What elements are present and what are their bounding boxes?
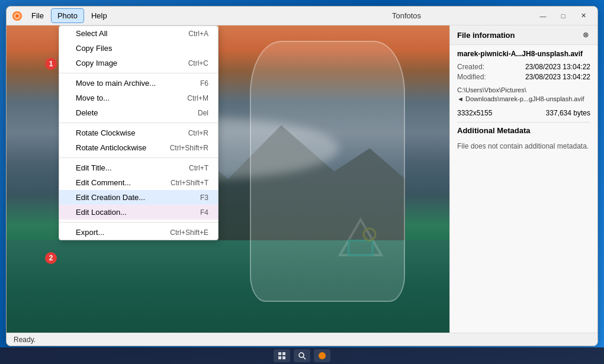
created-label: Created:	[457, 63, 499, 71]
menu-rotate-anticlockwise[interactable]: Rotate Anticlockwise Ctrl+Shift+R	[59, 140, 218, 155]
svg-line-11	[303, 357, 306, 359]
info-panel-header: File information ⊗	[450, 25, 597, 45]
file-path: C:\Users\Vbox\Pictures\ ◄ Downloads\mare…	[457, 86, 590, 104]
menu-edit-creation-date[interactable]: Edit Creation Date... F3	[59, 190, 218, 205]
additional-metadata-header: Additional Metadata	[457, 122, 590, 138]
taskbar	[0, 347, 604, 364]
title-bar: File Photo Help Tonfotos — □ ✕	[7, 7, 597, 25]
app-title: Tonfotos	[279, 11, 534, 20]
separator-3	[59, 157, 218, 158]
modified-date: 23/08/2023 13:04:22	[525, 73, 590, 81]
dimensions-row: 3332x5155 337,634 bytes	[457, 109, 590, 117]
menu-delete[interactable]: Delete Del	[59, 105, 218, 120]
svg-rect-7	[282, 352, 285, 355]
svg-rect-9	[282, 356, 285, 359]
created-row: Created: 23/08/2023 13:04:22	[457, 63, 590, 71]
menu-photo[interactable]: Photo	[51, 8, 84, 23]
app-window: File Photo Help Tonfotos — □ ✕	[6, 6, 598, 346]
info-panel-close[interactable]: ⊗	[581, 30, 590, 40]
dropdown-menu: Select All Ctrl+A Copy Files Copy Image …	[59, 25, 219, 240]
svg-rect-6	[278, 352, 281, 355]
menu-move-archive[interactable]: Move to main Archive... F6	[59, 76, 218, 91]
menu-edit-location[interactable]: Edit Location... F4	[59, 205, 218, 220]
svg-rect-8	[278, 356, 281, 359]
metadata-note: File does not contain additional metadat…	[457, 142, 590, 150]
created-date: 23/08/2023 13:04:22	[525, 63, 590, 71]
menu-edit-comment[interactable]: Edit Comment... Ctrl+Shift+T	[59, 175, 218, 190]
taskbar-search[interactable]	[294, 349, 310, 362]
separator-2	[59, 123, 218, 123]
taskbar-app[interactable]	[314, 349, 330, 362]
svg-rect-4	[349, 240, 372, 255]
menu-select-all[interactable]: Select All Ctrl+A	[59, 26, 218, 41]
minimize-button[interactable]: —	[534, 10, 552, 22]
info-content: marek-piwnicki-A...JH8-unsplash.avif Cre…	[450, 45, 597, 333]
menu-rotate-clockwise[interactable]: Rotate Clockwise Ctrl+R	[59, 125, 218, 140]
badge-2: 2	[45, 252, 57, 264]
separator-1	[59, 73, 218, 73]
watermark	[294, 194, 427, 286]
status-text: Ready.	[14, 336, 36, 344]
file-size: 337,634 bytes	[546, 109, 590, 117]
svg-point-2	[15, 14, 18, 17]
window-controls: — □ ✕	[534, 10, 593, 22]
menu-bar: File Photo Help	[25, 8, 279, 23]
app-icon	[11, 10, 23, 22]
menu-edit-title[interactable]: Edit Title... Ctrl+T	[59, 160, 218, 175]
dimensions-value: 3332x5155	[457, 109, 492, 117]
svg-point-12	[319, 352, 326, 359]
menu-export[interactable]: Export... Ctrl+Shift+E	[59, 225, 218, 240]
modified-label: Modified:	[457, 73, 499, 81]
badge-1: 1	[45, 58, 57, 70]
menu-move-to[interactable]: Move to... Ctrl+M	[59, 91, 218, 105]
file-information-label: File information	[457, 31, 515, 40]
modified-row: Modified: 23/08/2023 13:04:22	[457, 73, 590, 81]
maximize-button[interactable]: □	[554, 10, 573, 22]
status-bar: Ready.	[7, 333, 597, 346]
svg-point-10	[299, 353, 304, 357]
close-button[interactable]: ✕	[574, 10, 593, 22]
taskbar-start[interactable]	[274, 349, 290, 362]
menu-copy-image[interactable]: Copy Image Ctrl+C	[59, 56, 218, 70]
separator-4	[59, 222, 218, 223]
filename: marek-piwnicki-A...JH8-unsplash.avif	[457, 50, 590, 58]
info-panel: File information ⊗ marek-piwnicki-A...JH…	[449, 25, 597, 333]
menu-file[interactable]: File	[25, 9, 50, 22]
content-area: Select All Ctrl+A Copy Files Copy Image …	[7, 25, 597, 333]
menu-help[interactable]: Help	[85, 9, 113, 22]
menu-copy-files[interactable]: Copy Files	[59, 41, 218, 56]
